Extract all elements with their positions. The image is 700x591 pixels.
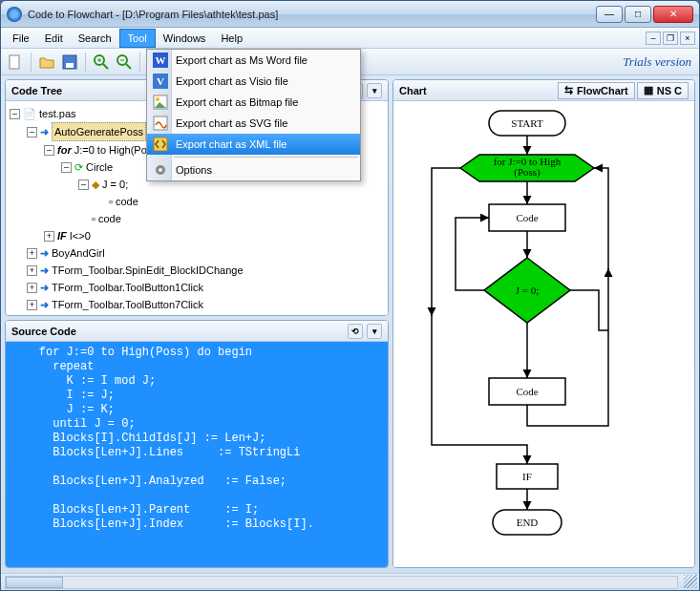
close-button[interactable]: ✕ — [653, 6, 693, 23]
svg-line-8 — [126, 64, 131, 69]
ns-icon: ▦ — [644, 84, 653, 96]
trials-label: Trials version — [623, 54, 691, 70]
gear-icon — [151, 161, 170, 179]
menu-tool[interactable]: Tool — [119, 29, 156, 48]
tree-root[interactable]: test.pas — [39, 105, 76, 122]
tree-item[interactable]: J = 0; — [102, 176, 128, 193]
if-keyword: IF — [57, 230, 67, 242]
open-icon[interactable] — [36, 52, 57, 73]
expand-icon[interactable]: + — [27, 300, 37, 310]
statusbar — [1, 573, 699, 590]
flowchart-icon: ⇆ — [564, 84, 573, 96]
app-window: Code to Flowchart - [D:\Program Files\at… — [0, 0, 700, 591]
chart-canvas[interactable]: START for J:=0 to High (Poss) Code — [393, 101, 694, 567]
menubar: File Edit Search Tool Windows Help – ❐ × — [1, 28, 699, 49]
new-icon[interactable] — [5, 52, 26, 73]
tree-item[interactable]: BoyAndGirl — [52, 244, 105, 262]
expand-icon[interactable]: + — [44, 231, 54, 242]
tree-item[interactable]: J:=0 to High(Poss — [74, 141, 158, 158]
source-code-editor[interactable]: for J:=0 to High(Poss) do begin repeat K… — [6, 342, 388, 567]
tree-item[interactable]: AutoGeneratePoss — [52, 122, 146, 141]
minimize-button[interactable]: — — [596, 6, 623, 23]
zoom-out-icon[interactable] — [114, 52, 135, 73]
tree-item[interactable]: TForm_Toolbar.SpinEdit_BlockIDChange — [52, 262, 244, 279]
expand-icon[interactable]: + — [27, 248, 37, 259]
mdi-restore-button[interactable]: ❐ — [663, 32, 678, 45]
svg-text:(Poss): (Poss) — [514, 166, 541, 179]
svg-text:W: W — [156, 54, 166, 66]
visio-icon: V — [151, 73, 170, 90]
tree-item[interactable]: I<>0 — [70, 227, 91, 244]
svg-text:Code: Code — [516, 212, 538, 223]
export-xml-item[interactable]: Export chart as XML file — [147, 134, 360, 155]
code-tree-title: Code Tree — [11, 85, 62, 96]
menu-windows[interactable]: Windows — [156, 30, 214, 47]
expand-icon[interactable]: – — [27, 127, 37, 137]
tree-item[interactable]: TForm_Toolbar.ToolButton1Click — [52, 279, 203, 296]
for-keyword: for — [57, 144, 72, 156]
xml-icon — [151, 136, 170, 153]
chart-title: Chart — [399, 85, 427, 96]
svg-text:IF: IF — [522, 471, 532, 482]
mdi-close-button[interactable]: × — [680, 32, 695, 45]
svg-rect-0 — [10, 55, 19, 69]
panel-toggle-icon[interactable]: ▾ — [367, 83, 382, 98]
source-code-panel: Source Code ⟲ ▾ for J:=0 to High(Poss) d… — [5, 320, 389, 568]
menu-file[interactable]: File — [5, 30, 37, 47]
svg-point-39 — [159, 168, 162, 172]
expand-icon[interactable]: – — [61, 162, 72, 173]
svg-text:END: END — [517, 517, 539, 528]
tree-item[interactable]: code — [98, 210, 121, 227]
svg-rect-2 — [66, 63, 74, 68]
ns-tab[interactable]: ▦NS C — [637, 82, 689, 99]
expand-icon[interactable]: + — [27, 283, 37, 293]
tree-item[interactable]: TForm_Toolbar.ToolButton2Click — [52, 313, 203, 315]
panel-toggle-icon[interactable]: ▾ — [367, 324, 382, 339]
svg-text:START: START — [511, 117, 543, 129]
menu-search[interactable]: Search — [71, 30, 119, 47]
window-title: Code to Flowchart - [D:\Program Files\at… — [28, 9, 594, 20]
options-item[interactable]: Options — [147, 159, 360, 180]
export-bitmap-item[interactable]: Export chart as Bitmap file — [147, 92, 360, 113]
export-svg-item[interactable]: Export chart as SVG file — [147, 113, 360, 134]
menu-help[interactable]: Help — [213, 30, 250, 47]
tree-item[interactable]: Circle — [86, 158, 113, 176]
resize-grip[interactable] — [684, 575, 697, 588]
save-icon[interactable] — [59, 52, 80, 73]
bitmap-icon — [151, 94, 170, 111]
source-code-title: Source Code — [11, 326, 76, 337]
panel-pin-icon[interactable]: ⟲ — [348, 324, 363, 339]
svg-text:V: V — [157, 75, 164, 87]
source-code-header: Source Code ⟲ ▾ — [6, 321, 388, 342]
chart-header: Chart ⇆FlowChart ▦NS C — [393, 80, 694, 101]
titlebar: Code to Flowchart - [D:\Program Files\at… — [1, 1, 699, 28]
tree-item[interactable]: TForm_Toolbar.ToolButton7Click — [52, 296, 203, 313]
svg-text:J = 0;: J = 0; — [516, 285, 540, 296]
app-icon — [7, 7, 22, 22]
expand-icon[interactable]: – — [10, 109, 20, 119]
export-visio-item[interactable]: V Export chart as Visio file — [147, 71, 360, 92]
svg-point-35 — [156, 97, 159, 101]
svg-icon — [151, 115, 170, 132]
zoom-in-icon[interactable] — [91, 52, 112, 73]
chart-panel: Chart ⇆FlowChart ▦NS C START — [392, 79, 695, 568]
tree-item[interactable]: code — [116, 193, 138, 210]
expand-icon[interactable]: – — [44, 145, 54, 156]
flowchart-tab[interactable]: ⇆FlowChart — [558, 82, 635, 99]
expand-icon[interactable]: – — [78, 179, 89, 190]
svg-line-4 — [103, 64, 108, 69]
expand-icon[interactable]: + — [27, 265, 37, 276]
tool-menu-dropdown: W Export chart as Ms Word file V Export … — [146, 49, 361, 181]
menu-edit[interactable]: Edit — [37, 30, 71, 47]
maximize-button[interactable]: □ — [625, 6, 651, 23]
export-word-item[interactable]: W Export chart as Ms Word file — [147, 50, 360, 71]
word-icon: W — [151, 52, 170, 69]
svg-text:Code: Code — [516, 386, 538, 397]
horizontal-scrollbar[interactable] — [5, 576, 678, 589]
mdi-minimize-button[interactable]: – — [646, 32, 661, 45]
